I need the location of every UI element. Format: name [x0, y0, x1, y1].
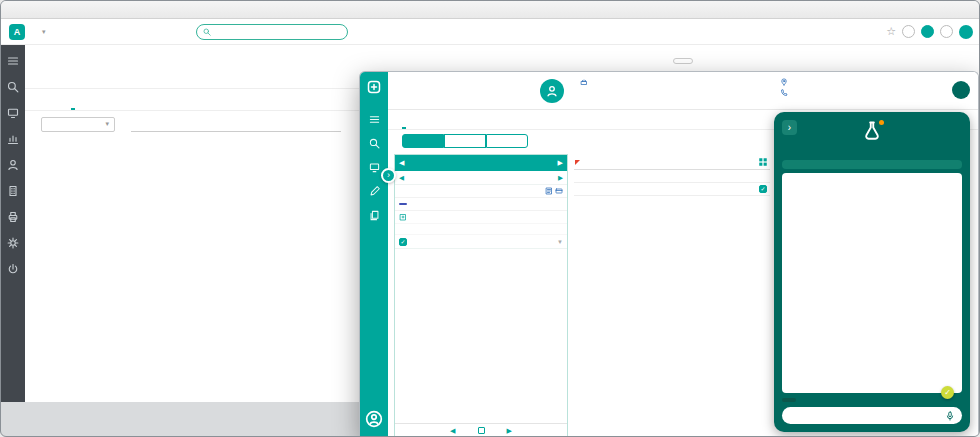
main-sidebar — [1, 45, 25, 402]
tab-guidance-plan[interactable] — [576, 161, 580, 163]
payment-row — [395, 185, 567, 198]
app-header: A ▾ ☆ — [1, 19, 980, 45]
guidance-plan-panel: ✓ — [574, 154, 770, 437]
user-icon[interactable] — [7, 159, 19, 171]
pager-prev-icon[interactable]: ◀ — [450, 427, 455, 435]
pager-next-icon[interactable]: ▶ — [507, 427, 512, 435]
prev-arrow-icon[interactable]: ◀ — [399, 159, 404, 167]
prev-arrow-icon[interactable]: ◀ — [399, 174, 404, 182]
documents-icon[interactable] — [369, 210, 380, 221]
font-size-medium-button[interactable] — [921, 25, 934, 38]
font-size-small-button[interactable] — [902, 25, 915, 38]
monitor-icon[interactable] — [7, 107, 19, 119]
menu-icon[interactable] — [7, 55, 19, 67]
chart-icon[interactable] — [7, 133, 19, 145]
other-store-button[interactable] — [673, 58, 693, 64]
help-button[interactable] — [952, 81, 970, 99]
tab-timeline[interactable] — [424, 126, 428, 129]
chevron-down-icon: ▾ — [42, 28, 46, 36]
building-icon[interactable] — [7, 185, 19, 197]
birthday-icon — [580, 78, 588, 86]
receipt-icon[interactable] — [545, 187, 553, 195]
font-size-large-button[interactable] — [940, 25, 953, 38]
insurance-badge — [399, 203, 407, 205]
timeline-filter-select[interactable]: ▾ — [41, 117, 115, 132]
grid-view-icon[interactable] — [758, 157, 768, 167]
tab-history-book[interactable] — [615, 161, 619, 163]
printer-icon[interactable] — [7, 211, 19, 223]
medication-list — [395, 249, 567, 423]
search-icon[interactable] — [7, 81, 19, 93]
app-logo-icon: A — [9, 24, 25, 40]
power-icon[interactable] — [7, 263, 19, 275]
checkbox-checked-icon[interactable]: ✓ — [399, 238, 407, 246]
filter-all[interactable] — [402, 134, 444, 148]
success-check-icon: ✓ — [941, 386, 954, 399]
prescription-pager: ◀ ▶ — [395, 423, 567, 437]
tab-prescription-compare[interactable] — [402, 124, 406, 129]
help-button[interactable] — [959, 25, 973, 39]
app-logo: A — [9, 24, 29, 40]
ai-flask-icon — [862, 120, 882, 140]
ai-assistant-panel: › ✓ — [774, 112, 970, 432]
doctor-row[interactable]: ✓ ▼ — [395, 235, 567, 249]
global-search[interactable] — [196, 24, 348, 40]
department-row — [395, 224, 567, 235]
prescription-date-row: ◀ ▶ — [395, 171, 567, 185]
tab-history-create[interactable] — [602, 161, 606, 163]
search-icon — [203, 28, 211, 36]
timeline-filter-input[interactable] — [131, 117, 341, 132]
next-arrow-icon[interactable]: ▶ — [558, 174, 563, 182]
tab-vital[interactable] — [468, 126, 472, 129]
tab-patient-timeline[interactable] — [71, 104, 75, 110]
gear-icon[interactable] — [7, 237, 19, 249]
menu-icon[interactable] — [369, 114, 380, 125]
pager-page-icon[interactable] — [478, 427, 485, 434]
tab-prescription-compare[interactable] — [41, 106, 45, 110]
hospital-icon — [399, 213, 407, 221]
tab-medication-guidance[interactable] — [589, 161, 593, 163]
location-pin-icon — [780, 78, 788, 86]
contact-section-header — [574, 170, 770, 183]
chevron-down-icon: ▾ — [105, 120, 109, 128]
favorite-star-icon[interactable]: ☆ — [886, 25, 896, 38]
reflected-toast — [782, 398, 796, 402]
search-input[interactable] — [215, 27, 341, 36]
microphone-icon[interactable] — [945, 411, 955, 421]
check-all-control[interactable]: ✓ — [759, 185, 770, 193]
monitor-icon[interactable] — [369, 162, 380, 173]
pharmacy-selector[interactable]: ▾ — [39, 28, 46, 36]
ai-chat-input[interactable] — [789, 412, 941, 419]
panel-collapse-button[interactable]: › — [381, 168, 396, 183]
current-prescription-panel: ◀ ▶ ◀ ▶ — [394, 154, 568, 437]
chevron-down-icon: ▼ — [557, 239, 563, 245]
patient-avatar[interactable] — [540, 79, 564, 103]
ai-chat-input-box — [782, 407, 962, 424]
hospital-row — [395, 211, 567, 224]
plan-tabs — [574, 154, 770, 170]
edit-pencil-icon[interactable] — [369, 186, 380, 197]
ai-points-card — [782, 173, 962, 393]
next-arrow-icon[interactable]: ▶ — [558, 159, 563, 167]
expand-panel-button[interactable]: › — [782, 120, 797, 135]
card-icon[interactable] — [555, 187, 563, 195]
tab-graph[interactable] — [446, 126, 450, 129]
insurance-row — [395, 198, 567, 211]
patient-info-section-header: ✓ — [574, 183, 770, 196]
phone-icon — [780, 89, 788, 97]
checkbox-checked-icon: ✓ — [759, 185, 767, 193]
popup-patient-header — [388, 72, 978, 110]
ai-accent-dot — [879, 120, 884, 125]
app-cross-logo-icon — [366, 79, 382, 95]
popup-sidebar — [360, 72, 388, 437]
tab-vital-graph[interactable] — [131, 106, 135, 110]
tab-graph-history[interactable] — [101, 106, 105, 110]
screenshot-root: A ▾ ☆ — [0, 0, 980, 437]
user-circle-icon[interactable] — [365, 410, 383, 428]
ai-summary-box — [782, 160, 962, 169]
filter-pharmacy[interactable] — [486, 134, 528, 148]
patient-popup-window: › — [359, 71, 979, 437]
prescription-panel-header: ◀ ▶ — [395, 155, 567, 171]
search-icon[interactable] — [369, 138, 380, 149]
filter-medical-institution[interactable] — [444, 134, 486, 148]
